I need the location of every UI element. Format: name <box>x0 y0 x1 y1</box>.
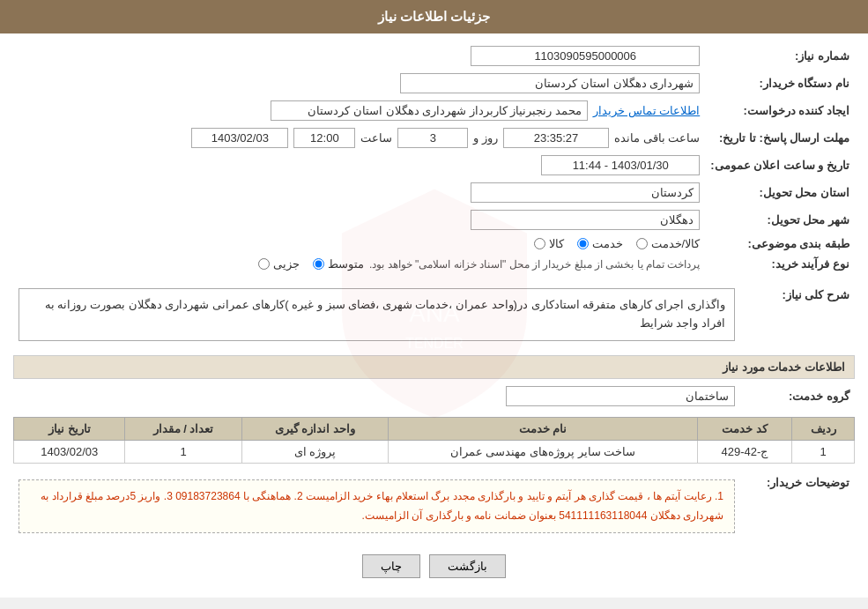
print-button[interactable]: چاپ <box>362 554 420 578</box>
notes-row: توضیحات خریدار: 1. رعایت آیتم ها ، قیمت … <box>13 469 855 544</box>
notes-label: توضیحات خریدار: <box>740 469 855 544</box>
purchase-type-motawaset[interactable]: متوسط <box>313 257 364 271</box>
description-row: شرح کلی نیاز: واگذاری اجرای کارهای متفرق… <box>13 281 855 348</box>
cell-service-name: ساخت سایر پروژه‌های مهندسی عمران <box>389 441 697 464</box>
buyer-org-value: شهرداری دهگلان استان کردستان <box>13 70 705 97</box>
cell-service-code: ج-42-429 <box>697 441 792 464</box>
table-row: 1 ج-42-429 ساخت سایر پروژه‌های مهندسی عم… <box>14 441 855 464</box>
service-group-label: گروه خدمت: <box>740 382 855 410</box>
purchase-type-note: پرداخت تمام یا بخشی از مبلغ خریدار از مح… <box>369 258 700 271</box>
category-khedmat-radio[interactable] <box>577 238 589 249</box>
col-service-name: نام خدمت <box>389 418 697 441</box>
purchase-type-motawaset-radio[interactable] <box>313 258 324 270</box>
col-service-code: کد خدمت <box>697 418 792 441</box>
province-input: کردستان <box>471 182 700 203</box>
city-value: دهگلان <box>13 206 705 234</box>
purchase-type-jozi-radio[interactable] <box>258 258 270 270</box>
city-input: دهگلان <box>471 210 700 230</box>
cell-quantity: 1 <box>125 441 241 464</box>
page-wrapper: ANA TENDER جزئیات اطلاعات نیاز شماره نیا… <box>0 0 868 598</box>
category-options: کالا/خدمت خدمت کالا <box>13 234 705 254</box>
notes-value: 1. رعایت آیتم ها ، قیمت گذاری هر آیتم و … <box>13 469 740 544</box>
buyer-org-label: نام دستگاه خریدار: <box>705 70 855 97</box>
notes-box: 1. رعایت آیتم ها ، قیمت گذاری هر آیتم و … <box>19 479 735 533</box>
request-number-value: 1103090595000006 <box>13 42 705 70</box>
creator-contact-link[interactable]: اطلاعات تماس خریدار <box>593 104 700 117</box>
table-header-row: ردیف کد خدمت نام خدمت واحد اندازه گیری ت… <box>14 418 855 441</box>
service-group-input: ساختمان <box>506 386 735 406</box>
deadline-row: مهلت ارسال پاسخ: تا تاریخ: ساعت باقی مان… <box>13 124 855 152</box>
page-header: جزئیات اطلاعات نیاز <box>0 0 868 33</box>
purchase-type-options: پرداخت تمام یا بخشی از مبلغ خریدار از مح… <box>13 254 705 274</box>
creator-label: ایجاد کننده درخواست: <box>705 97 855 124</box>
creator-input: محمد رنجبرنیاز کاربرداز شهرداری دهگلان ا… <box>271 100 588 121</box>
main-info-table: شماره نیاز: 1103090595000006 نام دستگاه … <box>13 42 855 274</box>
province-row: استان محل تحویل: کردستان <box>13 179 855 206</box>
time-label: ساعت <box>360 131 392 145</box>
description-label: شرح کلی نیاز: <box>740 281 855 348</box>
remaining-time-input: 23:35:27 <box>503 128 609 148</box>
city-row: شهر محل تحویل: دهگلان <box>13 206 855 234</box>
deadline-time-input: 12:00 <box>293 128 355 148</box>
city-label: شهر محل تحویل: <box>705 206 855 234</box>
description-table: شرح کلی نیاز: واگذاری اجرای کارهای متفرق… <box>13 281 855 348</box>
cell-date: 1403/02/03 <box>14 441 125 464</box>
category-label: طبقه بندی موضوعی: <box>705 234 855 254</box>
request-number-input: 1103090595000006 <box>471 46 700 66</box>
remaining-time-label: ساعت باقی مانده <box>614 131 700 145</box>
category-row: طبقه بندی موضوعی: کالا/خدمت خدمت کالا <box>13 234 855 254</box>
province-label: استان محل تحویل: <box>705 179 855 206</box>
content-area: شماره نیاز: 1103090595000006 نام دستگاه … <box>0 33 868 598</box>
creator-row: ایجاد کننده درخواست: اطلاعات تماس خریدار… <box>13 97 855 124</box>
deadline-date-input: 1403/02/03 <box>191 128 288 148</box>
jozi-label: جزیی <box>273 257 300 271</box>
buyer-org-row: نام دستگاه خریدار: شهرداری دهگلان استان … <box>13 70 855 97</box>
category-kala-service[interactable]: کالا/خدمت <box>636 237 701 250</box>
service-group-value: ساختمان <box>13 382 740 410</box>
khedmat-label: خدمت <box>592 237 623 250</box>
description-box: واگذاری اجرای کارهای متفرقه استادکاری در… <box>19 288 735 341</box>
button-row: بازگشت چاپ <box>13 554 855 578</box>
back-button[interactable]: بازگشت <box>429 554 506 578</box>
motawaset-label: متوسط <box>328 257 364 271</box>
days-label: روز و <box>473 131 498 145</box>
cell-unit: پروژه ای <box>241 441 389 464</box>
service-group-row: گروه خدمت: ساختمان <box>13 382 855 410</box>
request-number-label: شماره نیاز: <box>705 42 855 70</box>
deadline-label: مهلت ارسال پاسخ: تا تاریخ: <box>705 124 855 152</box>
announce-input: 1403/01/30 - 11:44 <box>541 155 700 175</box>
deadline-value: ساعت باقی مانده 23:35:27 روز و 3 ساعت 12… <box>13 124 705 152</box>
kala-label: کالا <box>549 237 564 250</box>
purchase-type-jozi[interactable]: جزیی <box>258 257 300 271</box>
cell-row-num: 1 <box>792 441 855 464</box>
service-group-table: گروه خدمت: ساختمان <box>13 382 855 410</box>
services-section-header: اطلاعات خدمات مورد نیاز <box>13 355 855 379</box>
days-input: 3 <box>397 128 468 148</box>
notes-table: توضیحات خریدار: 1. رعایت آیتم ها ، قیمت … <box>13 469 855 544</box>
category-kala-service-radio[interactable] <box>636 238 648 249</box>
page-title: جزئیات اطلاعات نیاز <box>378 9 490 24</box>
announce-value: 1403/01/30 - 11:44 <box>13 152 705 179</box>
col-unit: واحد اندازه گیری <box>241 418 389 441</box>
province-value: کردستان <box>13 179 705 206</box>
col-quantity: تعداد / مقدار <box>125 418 241 441</box>
category-khedmat[interactable]: خدمت <box>577 237 623 250</box>
purchase-type-label: نوع فرآیند خرید: <box>705 254 855 274</box>
col-row-num: ردیف <box>792 418 855 441</box>
services-table: ردیف کد خدمت نام خدمت واحد اندازه گیری ت… <box>13 417 855 464</box>
announce-row: تاریخ و ساعت اعلان عمومی: 1403/01/30 - 1… <box>13 152 855 179</box>
announce-label: تاریخ و ساعت اعلان عمومی: <box>705 152 855 179</box>
category-kala-radio[interactable] <box>534 238 545 249</box>
col-date: تاریخ نیاز <box>14 418 125 441</box>
purchase-type-row: نوع فرآیند خرید: پرداخت تمام یا بخشی از … <box>13 254 855 274</box>
kala-service-label: کالا/خدمت <box>651 237 701 250</box>
request-number-row: شماره نیاز: 1103090595000006 <box>13 42 855 70</box>
buyer-org-input: شهرداری دهگلان استان کردستان <box>400 73 700 93</box>
category-kala[interactable]: کالا <box>534 237 564 250</box>
creator-value: اطلاعات تماس خریدار محمد رنجبرنیاز کاربر… <box>13 97 705 124</box>
description-value: واگذاری اجرای کارهای متفرقه استادکاری در… <box>13 281 740 348</box>
